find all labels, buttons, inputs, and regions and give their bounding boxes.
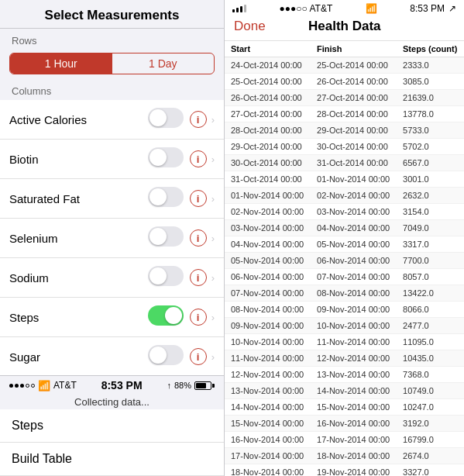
cell-17-2: 11095.0	[397, 334, 464, 350]
dot1	[9, 384, 13, 388]
cell-6-0: 30-Oct-2014 00:00	[225, 155, 311, 171]
cell-3-1: 28-Oct-2014 00:00	[311, 106, 397, 122]
toggle-switch-6[interactable]	[148, 345, 184, 365]
cell-3-0: 27-Oct-2014 00:00	[225, 106, 311, 122]
toggle-3[interactable]	[148, 226, 184, 250]
cell-20-0: 13-Nov-2014 00:00	[225, 383, 311, 399]
cell-15-0: 08-Nov-2014 00:00	[225, 302, 311, 318]
table-row: 31-Oct-2014 00:0001-Nov-2014 00:003001.0	[225, 171, 464, 188]
cell-11-2: 3317.0	[397, 236, 464, 253]
table-row: 17-Nov-2014 00:0018-Nov-2014 00:002674.0	[225, 448, 464, 464]
column-label-0: Active Calories	[9, 113, 148, 126]
cell-7-1: 01-Nov-2014 00:00	[311, 171, 397, 188]
cell-1-0: 25-Oct-2014 00:00	[225, 74, 311, 90]
location-icon: ↑	[167, 381, 171, 390]
steps-label: Steps	[12, 419, 43, 433]
cell-18-2: 10435.0	[397, 350, 464, 367]
cell-10-1: 04-Nov-2014 00:00	[311, 220, 397, 236]
table-row: 14-Nov-2014 00:0015-Nov-2014 00:0010247.…	[225, 399, 464, 416]
cell-8-0: 01-Nov-2014 00:00	[225, 188, 311, 204]
cell-9-1: 03-Nov-2014 00:00	[311, 204, 397, 220]
info-button-2[interactable]: i	[190, 190, 207, 207]
columns-label: Columns	[0, 79, 224, 100]
cell-22-1: 16-Nov-2014 00:00	[311, 416, 397, 432]
done-button[interactable]: Done	[234, 19, 266, 34]
toggle-0[interactable]	[148, 108, 184, 131]
cell-22-0: 15-Nov-2014 00:00	[225, 416, 311, 432]
toggle-switch-0[interactable]	[148, 108, 184, 128]
toggle-switch-5[interactable]	[148, 305, 184, 326]
table-row: 28-Oct-2014 00:0029-Oct-2014 00:005733.0	[225, 122, 464, 139]
steps-item[interactable]: Steps	[0, 409, 224, 443]
chevron-5: ›	[211, 312, 215, 323]
toggle-switch-3[interactable]	[148, 226, 184, 247]
cell-4-2: 5733.0	[397, 122, 464, 139]
cell-9-2: 3154.0	[397, 204, 464, 220]
build-table-item[interactable]: Build Table	[0, 443, 224, 476]
info-button-6[interactable]: i	[190, 348, 207, 365]
cell-19-0: 12-Nov-2014 00:00	[225, 367, 311, 383]
info-button-4[interactable]: i	[190, 269, 207, 286]
column-item-0: Active Caloriesi›	[0, 100, 224, 140]
wifi-right-icon: 📶	[366, 3, 377, 14]
cell-25-2: 3327.0	[397, 464, 464, 477]
toggle-6[interactable]	[148, 345, 184, 368]
right-carrier: ●●●○○ AT&T	[280, 3, 333, 14]
info-button-5[interactable]: i	[190, 309, 207, 326]
table-row: 26-Oct-2014 00:0027-Oct-2014 00:0021639.…	[225, 90, 464, 106]
carrier-name: AT&T	[53, 380, 77, 391]
cell-25-0: 18-Nov-2014 00:00	[225, 464, 311, 477]
col-header-1: Finish	[311, 41, 397, 57]
dot4	[26, 384, 29, 388]
info-button-3[interactable]: i	[190, 229, 207, 247]
toggle-knob-4	[150, 267, 167, 285]
toggle-5[interactable]	[148, 305, 184, 329]
segment-1day[interactable]: 1 Day	[112, 53, 215, 74]
toggle-2[interactable]	[148, 187, 184, 210]
cell-2-2: 21639.0	[397, 90, 464, 106]
toggle-4[interactable]	[148, 266, 184, 289]
columns-list: Active Caloriesi›Biotini›Saturated Fati›…	[0, 100, 224, 375]
info-button-0[interactable]: i	[190, 111, 207, 128]
cell-14-2: 13422.0	[397, 285, 464, 302]
col-header-0: Start	[225, 41, 311, 57]
table-row: 04-Nov-2014 00:0005-Nov-2014 00:003317.0	[225, 236, 464, 253]
segment-1hour[interactable]: 1 Hour	[10, 53, 112, 74]
cell-23-1: 17-Nov-2014 00:00	[311, 432, 397, 448]
cell-0-1: 25-Oct-2014 00:00	[311, 57, 397, 74]
bottom-rows: Steps Build Table	[0, 409, 224, 476]
data-table-wrap: StartFinishSteps (count) 24-Oct-2014 00:…	[225, 41, 464, 476]
chevron-0: ›	[211, 114, 215, 126]
table-row: 18-Nov-2014 00:0019-Nov-2014 00:003327.0	[225, 464, 464, 477]
wifi-icon: 📶	[38, 380, 50, 391]
cell-3-2: 13778.0	[397, 106, 464, 122]
battery-icon	[194, 381, 215, 390]
cell-15-1: 09-Nov-2014 00:00	[311, 302, 397, 318]
bar2	[236, 8, 239, 12]
column-item-4: Sodiumi›	[0, 258, 224, 298]
col-header-2: Steps (count)	[397, 41, 464, 57]
cell-24-2: 2674.0	[397, 448, 464, 464]
toggle-switch-1[interactable]	[148, 147, 184, 167]
cell-14-0: 07-Nov-2014 00:00	[225, 285, 311, 302]
column-item-2: Saturated Fati›	[0, 179, 224, 219]
cell-20-2: 10749.0	[397, 383, 464, 399]
cell-9-0: 02-Nov-2014 00:00	[225, 204, 311, 220]
table-body: 24-Oct-2014 00:0025-Oct-2014 00:002333.0…	[225, 57, 464, 477]
toggle-switch-2[interactable]	[148, 187, 184, 207]
cell-8-1: 02-Nov-2014 00:00	[311, 188, 397, 204]
cell-2-0: 26-Oct-2014 00:00	[225, 90, 311, 106]
dot2	[15, 384, 19, 388]
right-time: 8:53 PM	[410, 3, 445, 14]
toggle-switch-4[interactable]	[148, 266, 184, 286]
cell-17-1: 11-Nov-2014 00:00	[311, 334, 397, 350]
status-time: 8:53 PM	[101, 379, 143, 391]
info-button-1[interactable]: i	[190, 150, 207, 167]
column-label-1: Biotin	[9, 153, 148, 166]
build-table-label: Build Table	[12, 452, 72, 466]
table-row: 02-Nov-2014 00:0003-Nov-2014 00:003154.0	[225, 204, 464, 220]
table-row: 11-Nov-2014 00:0012-Nov-2014 00:0010435.…	[225, 350, 464, 367]
cell-21-0: 14-Nov-2014 00:00	[225, 399, 311, 416]
cell-16-1: 10-Nov-2014 00:00	[311, 318, 397, 334]
toggle-1[interactable]	[148, 147, 184, 171]
